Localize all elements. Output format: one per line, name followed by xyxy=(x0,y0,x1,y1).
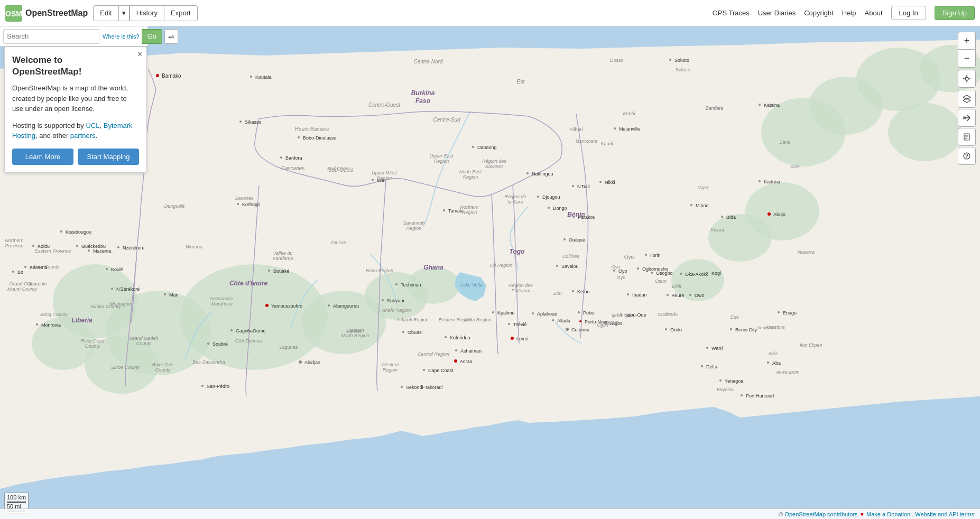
svg-point-155 xyxy=(645,254,647,256)
svg-point-184 xyxy=(328,304,330,307)
svg-text:Soubré: Soubré xyxy=(212,341,228,347)
svg-text:Oyo: Oyo xyxy=(617,275,626,280)
share-button[interactable] xyxy=(958,109,976,127)
svg-text:Eastern Province: Eastern Province xyxy=(35,248,71,254)
website-api-link[interactable]: Website and API terms xyxy=(915,511,974,517)
svg-text:Parakou: Parakou xyxy=(578,215,596,220)
svg-text:Nasarra: Nasarra xyxy=(798,249,815,255)
donate-link[interactable]: Make a Donation xyxy=(866,511,910,517)
svg-text:Province: Province xyxy=(5,243,23,248)
svg-text:Upper West: Upper West xyxy=(372,170,397,175)
note-button[interactable] xyxy=(958,128,976,146)
map-controls: + − xyxy=(958,32,976,166)
svg-point-243 xyxy=(719,379,722,382)
svg-text:Aba: Aba xyxy=(772,360,781,366)
svg-text:Région des: Région des xyxy=(482,159,506,164)
layers-button[interactable] xyxy=(958,90,976,108)
directions-icon: ⇌ xyxy=(168,32,174,41)
svg-point-173 xyxy=(768,212,771,216)
svg-point-257 xyxy=(706,272,708,274)
help-link[interactable]: Help xyxy=(842,9,856,17)
svg-text:Anambra: Anambra xyxy=(765,325,785,330)
about-link[interactable]: About xyxy=(865,9,883,17)
svg-point-247 xyxy=(778,311,780,313)
svg-text:Akwa Ibom: Akwa Ibom xyxy=(775,369,800,375)
svg-point-161 xyxy=(759,104,761,106)
svg-point-123 xyxy=(372,179,374,181)
welcome-panel: × Welcome toOpenStreetMap! OpenStreetMap… xyxy=(4,47,147,173)
svg-text:Yenagoa: Yenagoa xyxy=(725,378,743,384)
svg-point-167 xyxy=(614,127,616,129)
svg-point-239 xyxy=(665,328,667,330)
map-container[interactable]: Burkina Faso Bénin Togo Ghana Côte d'Ivo… xyxy=(0,26,980,519)
svg-point-157 xyxy=(690,204,692,206)
svg-text:Osun: Osun xyxy=(655,279,667,284)
user-diaries-link[interactable]: User Diaries xyxy=(758,9,796,17)
svg-text:San-Pédro: San-Pédro xyxy=(207,384,229,389)
svg-text:Burkina: Burkina xyxy=(411,89,435,97)
svg-text:Sekondi-Takoradi: Sekondi-Takoradi xyxy=(406,385,443,390)
svg-text:Bong County: Bong County xyxy=(40,312,68,317)
edit-dropdown-button[interactable]: ▾ xyxy=(119,5,130,21)
svg-text:Niger: Niger xyxy=(697,185,709,190)
svg-text:Marahoué: Marahoué xyxy=(211,301,233,307)
login-button[interactable]: Log In xyxy=(891,6,926,20)
svg-text:Alibori: Alibori xyxy=(569,127,583,132)
edit-button[interactable]: Edit xyxy=(93,5,118,21)
osm-contributors-link[interactable]: OpenStreetMap contributors xyxy=(784,511,857,517)
svg-text:Sud-Ouest: Sud-Ouest xyxy=(327,166,350,171)
zoom-in-button[interactable]: + xyxy=(958,32,976,50)
svg-point-190 xyxy=(508,323,510,325)
partners-link[interactable]: partners xyxy=(70,132,96,140)
signup-button[interactable]: Sign Up xyxy=(935,6,975,20)
svg-text:River Gee: River Gee xyxy=(152,362,174,367)
ucl-link[interactable]: UCL xyxy=(86,122,99,129)
zoom-out-button[interactable]: − xyxy=(958,50,976,68)
directions-button[interactable]: ⇌ xyxy=(164,29,178,44)
svg-point-125 xyxy=(443,209,445,211)
where-is-this-link[interactable]: Where is this? xyxy=(103,33,140,40)
svg-text:Ekiti: Ekiti xyxy=(672,284,681,289)
svg-text:Ilorin: Ilorin xyxy=(650,253,661,258)
svg-text:Upper East: Upper East xyxy=(429,153,454,159)
svg-text:Owo: Owo xyxy=(695,293,705,298)
svg-text:Gbarpolu: Gbarpolu xyxy=(27,281,47,286)
footer: © OpenStreetMap contributors ♥ Make a Do… xyxy=(0,508,980,519)
svg-text:la Kara: la Kara xyxy=(508,199,523,205)
logo-area[interactable]: OSM OpenStreetMap xyxy=(5,5,88,22)
history-button[interactable]: History xyxy=(130,5,164,21)
svg-text:Osogbo: Osogbo xyxy=(656,271,673,276)
svg-text:Delta: Delta xyxy=(706,364,717,369)
svg-text:Region: Region xyxy=(434,159,449,164)
search-input[interactable] xyxy=(3,29,99,44)
svg-text:Lomé: Lomé xyxy=(516,336,529,341)
svg-text:Faso: Faso xyxy=(415,97,430,105)
welcome-title: Welcome toOpenStreetMap! xyxy=(12,54,139,78)
svg-text:Region: Region xyxy=(463,174,478,180)
learn-more-button[interactable]: Learn More xyxy=(12,149,73,165)
gps-traces-link[interactable]: GPS Traces xyxy=(713,9,750,17)
query-button[interactable] xyxy=(958,147,976,165)
copyright-link[interactable]: Copyright xyxy=(804,9,834,17)
start-mapping-button[interactable]: Start Mapping xyxy=(78,149,139,165)
svg-text:Ahafo Region: Ahafo Region xyxy=(382,308,411,313)
svg-point-151 xyxy=(627,293,629,295)
export-button[interactable]: Export xyxy=(164,5,198,21)
svg-text:Ondo: Ondo xyxy=(670,327,682,332)
svg-text:Allada: Allada xyxy=(557,318,570,323)
locate-button[interactable] xyxy=(958,70,976,88)
go-button[interactable]: Go xyxy=(142,29,162,44)
svg-point-129 xyxy=(455,349,457,351)
svg-text:Mount County: Mount County xyxy=(7,286,38,292)
svg-text:Region: Region xyxy=(406,226,422,231)
svg-text:Denguélé: Denguélé xyxy=(164,203,185,209)
svg-text:Pobé: Pobé xyxy=(583,310,594,316)
svg-text:Ashaiman: Ashaiman xyxy=(460,348,482,354)
svg-text:Vallee du: Vallee du xyxy=(273,251,292,256)
svg-text:Savannah: Savannah xyxy=(403,220,425,226)
welcome-close-button[interactable]: × xyxy=(137,50,142,59)
logo-text[interactable]: OpenStreetMap xyxy=(25,8,88,18)
hosting-text: Hosting is supported by xyxy=(12,122,86,129)
svg-text:Lagunes: Lagunes xyxy=(280,345,298,350)
svg-text:N'Dali: N'Dali xyxy=(577,184,590,189)
